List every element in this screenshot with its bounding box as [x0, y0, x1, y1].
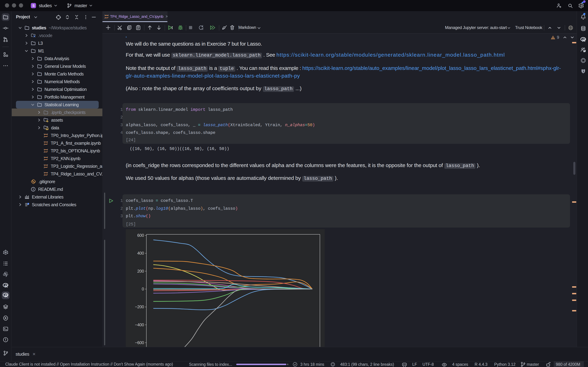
svg-text:600: 600	[137, 233, 144, 238]
svg-text:R: R	[5, 293, 8, 298]
svg-text:200: 200	[137, 269, 144, 274]
svg-text:R: R	[5, 284, 8, 288]
svg-text:0: 0	[142, 287, 144, 291]
svg-text:400: 400	[137, 251, 144, 256]
svg-text:−200: −200	[135, 304, 144, 309]
svg-text:R: R	[582, 38, 585, 42]
svg-text:−600: −600	[135, 340, 144, 345]
svg-text:−400: −400	[135, 322, 144, 327]
